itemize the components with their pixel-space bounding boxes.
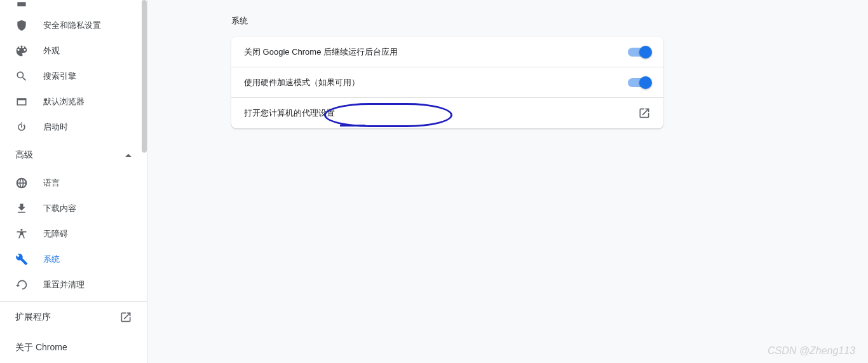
setting-label: 打开您计算机的代理设置 xyxy=(244,107,335,119)
partial-nav-item xyxy=(0,0,147,13)
browser-icon xyxy=(15,95,28,108)
toggle-switch[interactable] xyxy=(628,78,651,87)
setting-proxy[interactable]: 打开您计算机的代理设置 xyxy=(231,98,663,128)
search-icon xyxy=(15,70,28,83)
about-label: 关于 Chrome xyxy=(15,342,67,353)
setting-background-apps[interactable]: 关闭 Google Chrome 后继续运行后台应用 xyxy=(231,37,663,67)
sidebar-item-label: 搜索引擎 xyxy=(43,71,76,82)
download-icon xyxy=(15,202,28,215)
setting-label: 关闭 Google Chrome 后继续运行后台应用 xyxy=(244,46,398,58)
sidebar-item-label: 下载内容 xyxy=(43,203,76,214)
sidebar-item-label: 重置并清理 xyxy=(43,279,85,291)
sidebar-item-appearance[interactable]: 外观 xyxy=(0,38,147,64)
settings-card: 关闭 Google Chrome 后继续运行后台应用 使用硬件加速模式（如果可用… xyxy=(231,37,663,128)
sidebar-item-label: 无障碍 xyxy=(43,228,68,240)
advanced-label: 高级 xyxy=(15,149,33,161)
extensions-link[interactable]: 扩展程序 xyxy=(0,302,147,332)
external-link-icon xyxy=(119,311,132,324)
sidebar: 安全和隐私设置 外观 搜索引擎 默认浏览器 启动时 高级 语言 下载内容 无障碍… xyxy=(0,0,147,363)
sidebar-item-startup[interactable]: 启动时 xyxy=(0,114,147,140)
sidebar-item-security[interactable]: 安全和隐私设置 xyxy=(0,13,147,38)
sidebar-item-default-browser[interactable]: 默认浏览器 xyxy=(0,89,147,114)
sidebar-item-accessibility[interactable]: 无障碍 xyxy=(0,221,147,247)
sidebar-item-label: 外观 xyxy=(43,45,60,57)
extensions-label: 扩展程序 xyxy=(15,312,51,323)
power-icon xyxy=(15,121,28,134)
palette-icon xyxy=(15,45,28,57)
svg-rect-0 xyxy=(17,2,25,6)
setting-label: 使用硬件加速模式（如果可用） xyxy=(244,77,360,88)
restore-icon xyxy=(15,278,28,291)
sidebar-item-downloads[interactable]: 下载内容 xyxy=(0,196,147,221)
sidebar-item-label: 启动时 xyxy=(43,121,68,133)
external-link-icon xyxy=(638,107,651,120)
globe-icon xyxy=(15,177,28,189)
main-content: 系统 关闭 Google Chrome 后继续运行后台应用 使用硬件加速模式（如… xyxy=(147,0,868,363)
advanced-section-header[interactable]: 高级 xyxy=(0,140,147,170)
sidebar-item-search[interactable]: 搜索引擎 xyxy=(0,64,147,89)
toggle-switch[interactable] xyxy=(628,48,651,57)
sidebar-item-label: 默认浏览器 xyxy=(43,96,85,107)
accessibility-icon xyxy=(15,228,28,240)
wrench-icon xyxy=(15,253,28,266)
chevron-up-icon xyxy=(125,154,132,157)
sidebar-item-label: 系统 xyxy=(43,254,60,265)
setting-hardware-accel[interactable]: 使用硬件加速模式（如果可用） xyxy=(231,67,663,98)
sidebar-item-reset[interactable]: 重置并清理 xyxy=(0,272,147,298)
shield-icon xyxy=(15,19,28,32)
section-title: 系统 xyxy=(147,15,868,27)
sidebar-item-system[interactable]: 系统 xyxy=(0,247,147,272)
sidebar-item-label: 安全和隐私设置 xyxy=(43,20,101,31)
sidebar-item-label: 语言 xyxy=(43,177,60,189)
about-chrome-link[interactable]: 关于 Chrome xyxy=(0,332,147,363)
scrollbar-thumb[interactable] xyxy=(142,0,147,153)
sidebar-item-language[interactable]: 语言 xyxy=(0,170,147,196)
sidebar-bottom: 扩展程序 关于 Chrome xyxy=(0,301,147,363)
